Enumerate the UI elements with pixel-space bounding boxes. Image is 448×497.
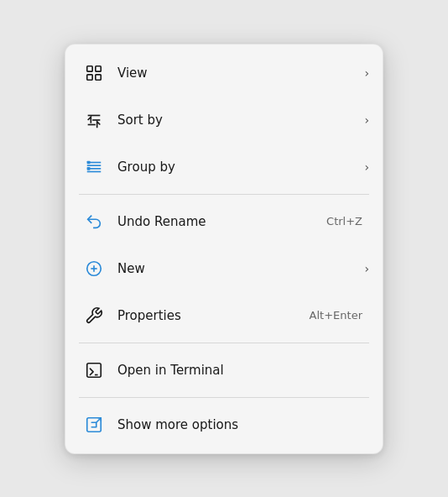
sort-icon [79,105,109,135]
view-icon [79,58,109,88]
menu-item-group-by[interactable]: Group by› [65,144,383,191]
menu-item-show-more-label: Show more options [117,417,369,432]
divider-divider2 [79,343,369,343]
menu-item-undo-rename[interactable]: Undo RenameCtrl+Z [65,198,383,245]
menu-item-open-terminal[interactable]: Open in Terminal [65,347,383,394]
properties-icon [79,301,109,331]
menu-item-undo-rename-label: Undo Rename [117,214,326,229]
menu-item-view-arrow: › [364,66,369,80]
menu-item-properties[interactable]: PropertiesAlt+Enter [65,292,383,339]
svg-rect-2 [87,74,92,79]
menu-item-new-label: New [117,261,364,276]
context-menu: View› Sort by› Group by› Undo RenameCtrl… [65,44,383,454]
menu-item-sort-by-arrow: › [364,113,369,127]
more-icon [79,410,109,440]
undo-icon [79,207,109,237]
menu-item-new[interactable]: New› [65,245,383,292]
menu-item-group-by-label: Group by [117,160,364,175]
group-icon [79,152,109,182]
menu-item-new-arrow: › [364,262,369,275]
menu-item-group-by-arrow: › [364,160,369,174]
menu-item-view[interactable]: View› [65,50,383,97]
svg-rect-12 [87,167,91,170]
svg-rect-3 [96,74,101,79]
menu-item-sort-by-label: Sort by [117,112,364,128]
divider-divider1 [79,194,369,195]
menu-item-properties-shortcut: Alt+Enter [310,309,362,322]
menu-item-sort-by[interactable]: Sort by› [65,97,383,144]
menu-item-open-terminal-label: Open in Terminal [117,363,369,378]
menu-item-undo-rename-shortcut: Ctrl+Z [326,215,362,228]
svg-rect-0 [87,65,92,71]
divider-divider3 [79,397,369,398]
svg-rect-1 [96,65,101,71]
menu-item-show-more[interactable]: Show more options [65,401,383,448]
new-icon [79,254,109,284]
svg-rect-16 [87,363,102,377]
menu-item-view-label: View [117,65,364,81]
menu-item-properties-label: Properties [117,308,310,323]
terminal-icon [79,355,109,385]
svg-rect-11 [87,160,91,164]
